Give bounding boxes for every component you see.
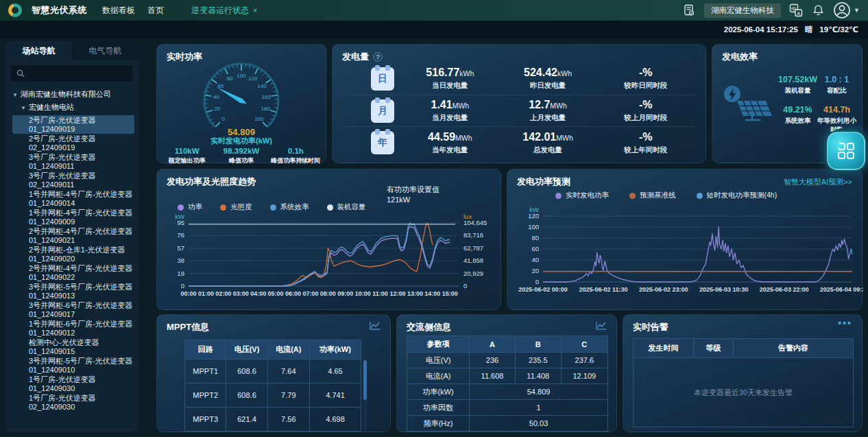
table-cell: 237.6 <box>561 353 607 368</box>
status-strip: 2025-06-04 15:17:25 晴 19℃/32℃ <box>0 21 868 38</box>
tree-device-item[interactable]: 3号厂房-光伏逆变器01_12409011 <box>12 152 134 171</box>
device-code: 01_12409012 <box>29 329 133 338</box>
device-name: 3号并网柜-5号厂房-光伏逆变器 <box>29 283 133 292</box>
tree-device-item[interactable]: 3号并网柜-6号厂房-光伏逆变器01_12409017 <box>12 300 134 319</box>
efficiency-stat: 1.0 : 1容配比 <box>817 75 856 95</box>
chevron-down-icon: ▼ <box>854 7 860 14</box>
stat-label: 较昨日同时段 <box>596 81 695 91</box>
nav-item-1[interactable]: 首页 <box>147 5 164 16</box>
legend-item[interactable]: 系统效率 <box>270 202 309 212</box>
param-label: 功率因数 <box>407 400 470 416</box>
table-row[interactable]: 电流(A)11.60811.40812.109 <box>407 368 608 384</box>
ac-chart-icon[interactable] <box>596 321 607 333</box>
tree-device-item[interactable]: 2号并网柜-仓库1-光伏逆变器01_12409020 <box>12 245 134 263</box>
company-selector[interactable]: 湖南宏健生物科技 <box>704 3 781 18</box>
device-code: 02_12409011 <box>29 180 133 189</box>
table-row[interactable]: MPPT3621.47.564.698 <box>185 408 361 432</box>
tab-close-icon[interactable]: × <box>253 6 257 14</box>
panel-alarms: 实时告警 ••• 发生时间等级告警内容 本逆变器最近30天未发生告警 <box>623 314 863 432</box>
help-icon[interactable]: ? <box>373 52 383 62</box>
legend-item[interactable]: 光照度 <box>220 202 252 212</box>
legend-item[interactable]: 功率 <box>178 202 202 212</box>
sidebar-tab[interactable]: 电气导航 <box>72 41 138 60</box>
stat-label: 上月发电量 <box>499 113 597 123</box>
device-code: 01_12409011 <box>29 162 133 171</box>
stat-label: 总发电量 <box>499 145 597 155</box>
stat-label: 较上年同时段 <box>596 145 695 155</box>
device-code: 01_12409009 <box>29 217 133 226</box>
alarms-menu-icon[interactable]: ••• <box>838 318 852 329</box>
efficiency-stats: 107.52kW装机容量1.0 : 1容配比49.21%系统效率414.7h年等… <box>778 75 856 134</box>
table-cell: MPPT1 <box>185 359 226 383</box>
panel-title: 发电功率及光照度趋势 <box>167 176 256 188</box>
panel-energy: 发电量? 日516.77kWh当日发电量524.42kWh昨日发电量-%较昨日同… <box>332 44 706 163</box>
tree-device-item[interactable]: 1号并网柜-6号厂房-光伏逆变器01_12409012 <box>12 319 134 338</box>
app-grid-button[interactable] <box>827 132 865 170</box>
table-header-row: 参数项ABC <box>407 336 608 353</box>
svg-text:kW: kW <box>175 213 184 220</box>
stat-label: 当年发电量 <box>401 145 499 155</box>
tree-device-item[interactable]: 3号并网柜-5号厂房-光伏逆变器01_12409013 <box>12 282 134 300</box>
report-icon[interactable] <box>682 3 696 17</box>
svg-text:120: 120 <box>248 75 258 82</box>
table-cell: 4.741 <box>309 383 361 408</box>
alarms-table: 发生时间等级告警内容 <box>633 338 854 358</box>
legend-item[interactable]: 实时发电功率 <box>555 191 609 200</box>
stat-unit: MWh <box>550 102 567 110</box>
table-row[interactable]: MPPT1608.67.644.65 <box>185 359 361 383</box>
grid-icon <box>837 142 855 160</box>
user-menu[interactable]: ▼ <box>833 1 860 19</box>
tree-device-item[interactable]: 检测中心-光伏逆变器01_12409015 <box>12 338 134 356</box>
tree-device-item[interactable]: 2号并网柜-4号厂房-光伏逆变器01_12409021 <box>12 226 134 245</box>
svg-text:02:00: 02:00 <box>215 290 231 297</box>
svg-text:01:00: 01:00 <box>198 290 214 297</box>
table-row[interactable]: 电压(V)236235.5237.6 <box>407 353 608 368</box>
svg-text:04:00: 04:00 <box>250 290 266 297</box>
svg-text:09:00: 09:00 <box>337 290 353 297</box>
tree-device-item[interactable]: 2号厂房-光伏逆变器02_12409019 <box>12 134 134 152</box>
tree-root-label: 湖南宏健生物科技有限公司 <box>21 90 111 98</box>
tab-inverter-status[interactable]: 逆变器运行状态 × <box>191 5 257 16</box>
notification-bell-icon[interactable] <box>811 3 825 17</box>
language-icon[interactable]: 中A <box>789 3 803 17</box>
tree-device-item[interactable]: 2号并网柜-4号厂房-光伏逆变器01_12409022 <box>12 263 134 282</box>
device-code: 01_12409022 <box>29 273 133 282</box>
tree-device-item[interactable]: 3号厂房-光伏逆变器02_12409011 <box>12 171 134 189</box>
legend-dot-icon <box>697 193 703 199</box>
stat-value: 0.1h <box>269 147 323 155</box>
tree-device-item[interactable]: 1号厂房-光伏逆变器01_12409030 <box>12 375 134 393</box>
legend-item[interactable]: 装机容量 <box>327 202 366 212</box>
legend-item[interactable]: 预测基准线 <box>629 191 676 200</box>
mppt-chart-icon[interactable] <box>370 321 381 333</box>
legend-dot-icon <box>270 204 276 211</box>
energy-stat: 44.59MWh当年发电量 <box>401 131 499 155</box>
tree-device-item[interactable]: 1号并网柜-4号厂房-光伏逆变器01_12409014 <box>12 189 134 208</box>
nav-item-0[interactable]: 数据看板 <box>102 5 135 16</box>
calendar-icon: 日 <box>371 67 394 91</box>
table-row[interactable]: 功率(kW)54.809 <box>407 384 608 400</box>
table-row[interactable]: 频率(Hz)50.03 <box>407 416 608 432</box>
tree-device-item[interactable]: 1号并网柜-4号厂房-光伏逆变器01_12409009 <box>12 208 134 226</box>
svg-text:kW: kW <box>529 206 539 213</box>
table-row[interactable]: 功率因数1 <box>407 400 608 416</box>
mppt-scrollbar-thumb[interactable] <box>363 360 367 400</box>
svg-text:A: A <box>797 10 800 16</box>
svg-text:0: 0 <box>535 278 539 285</box>
tree-root-company[interactable]: ▼湖南宏健生物科技有限公司 <box>12 90 136 100</box>
search-input[interactable] <box>29 69 125 78</box>
tree-device-item[interactable]: 3号并网柜-5号厂房-光伏逆变器01_12409010 <box>12 356 134 375</box>
device-name: 3号并网柜-5号厂房-光伏逆变器 <box>29 357 133 366</box>
column-header: 回路 <box>185 340 226 359</box>
table-row[interactable]: MPPT2608.67.794.741 <box>185 383 361 408</box>
stat-label: 当月发电量 <box>401 113 499 123</box>
device-code: 01_12409019 <box>29 125 133 134</box>
legend-item[interactable]: 短时发电功率预测(4h) <box>697 191 777 200</box>
tree-device-item[interactable]: 2号厂房-光伏逆变器01_12409019 <box>12 115 134 134</box>
param-label: 电流(A) <box>407 368 470 384</box>
legend-dot-icon <box>327 204 333 211</box>
tree-station[interactable]: ▼宏健生物电站 <box>21 103 136 113</box>
search-box[interactable] <box>11 65 133 82</box>
sidebar-tab[interactable]: 场站导航 <box>5 41 72 60</box>
tree-device-item[interactable]: 1号厂房-光伏逆变器02_12409030 <box>12 393 134 412</box>
ai-forecast-link[interactable]: 智慧大模型AI预测>> <box>784 177 852 187</box>
